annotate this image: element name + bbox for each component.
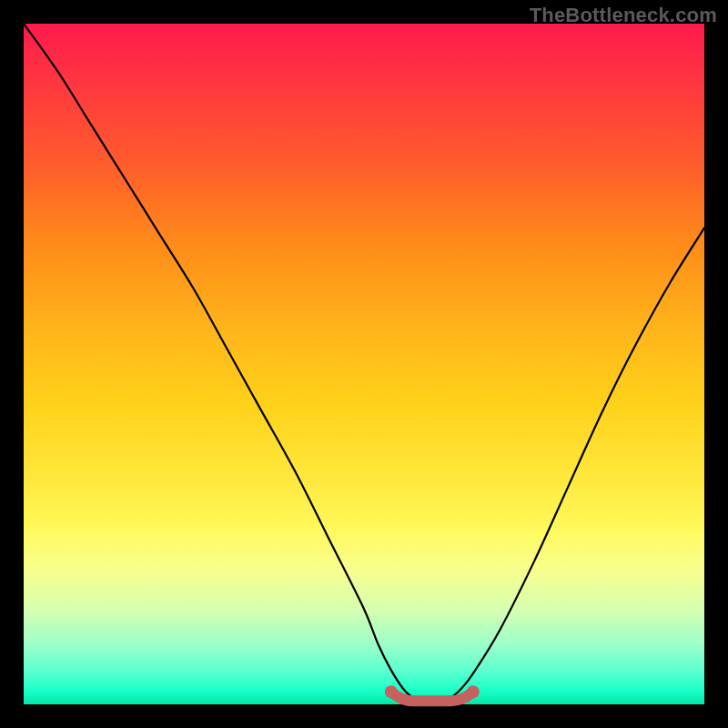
- optimal-band-cap-left: [385, 685, 398, 698]
- chart-canvas: TheBottleneck.com: [0, 0, 728, 728]
- chart-svg: [24, 24, 704, 704]
- bottleneck-curve: [24, 24, 704, 704]
- optimal-band-cap-right: [467, 685, 480, 698]
- optimal-band-marker: [391, 692, 473, 701]
- chart-plot-area: [24, 24, 704, 704]
